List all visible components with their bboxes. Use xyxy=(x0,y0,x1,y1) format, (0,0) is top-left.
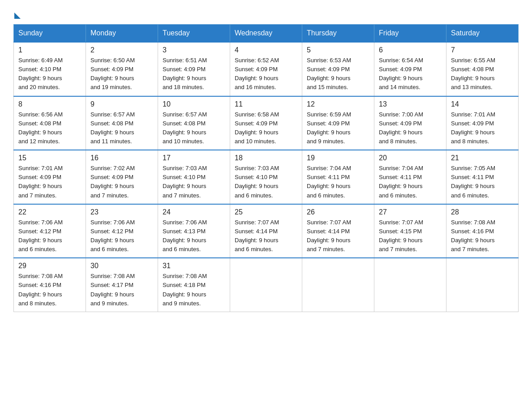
calendar-week-row: 15 Sunrise: 7:01 AM Sunset: 4:09 PM Dayl… xyxy=(14,150,519,204)
day-info: Sunrise: 6:51 AM Sunset: 4:09 PM Dayligh… xyxy=(163,56,225,92)
day-number: 3 xyxy=(163,46,225,54)
day-number: 17 xyxy=(163,154,225,162)
day-info: Sunrise: 6:55 AM Sunset: 4:08 PM Dayligh… xyxy=(451,56,514,92)
day-info: Sunrise: 6:57 AM Sunset: 4:08 PM Dayligh… xyxy=(163,110,225,146)
day-info: Sunrise: 7:03 AM Sunset: 4:10 PM Dayligh… xyxy=(163,164,225,200)
calendar-cell: 29 Sunrise: 7:08 AM Sunset: 4:16 PM Dayl… xyxy=(14,258,86,312)
day-header-friday: Friday xyxy=(374,25,446,43)
calendar-cell: 12 Sunrise: 6:59 AM Sunset: 4:09 PM Dayl… xyxy=(302,96,374,150)
day-number: 31 xyxy=(163,262,225,270)
calendar-cell xyxy=(302,258,374,312)
day-info: Sunrise: 7:01 AM Sunset: 4:09 PM Dayligh… xyxy=(451,110,514,146)
calendar-cell: 28 Sunrise: 7:08 AM Sunset: 4:16 PM Dayl… xyxy=(446,204,519,258)
logo-arrow-icon xyxy=(14,13,21,19)
calendar-cell: 16 Sunrise: 7:02 AM Sunset: 4:09 PM Dayl… xyxy=(86,150,158,204)
day-number: 8 xyxy=(18,100,81,108)
calendar-cell: 15 Sunrise: 7:01 AM Sunset: 4:09 PM Dayl… xyxy=(14,150,86,204)
day-number: 16 xyxy=(90,154,153,162)
day-number: 1 xyxy=(18,46,81,54)
day-number: 11 xyxy=(235,100,297,108)
day-header-sunday: Sunday xyxy=(14,25,86,43)
day-number: 29 xyxy=(18,262,81,270)
calendar-cell: 23 Sunrise: 7:06 AM Sunset: 4:12 PM Dayl… xyxy=(86,204,158,258)
day-number: 4 xyxy=(235,46,297,54)
day-header-tuesday: Tuesday xyxy=(158,25,230,43)
calendar-cell: 14 Sunrise: 7:01 AM Sunset: 4:09 PM Dayl… xyxy=(446,96,519,150)
day-info: Sunrise: 6:57 AM Sunset: 4:08 PM Dayligh… xyxy=(90,110,153,146)
day-number: 23 xyxy=(90,208,153,216)
day-number: 6 xyxy=(379,46,442,54)
calendar-cell: 27 Sunrise: 7:07 AM Sunset: 4:15 PM Dayl… xyxy=(374,204,446,258)
calendar-cell xyxy=(230,258,302,312)
day-info: Sunrise: 7:02 AM Sunset: 4:09 PM Dayligh… xyxy=(90,164,153,200)
calendar-cell: 10 Sunrise: 6:57 AM Sunset: 4:08 PM Dayl… xyxy=(158,96,230,150)
page-header xyxy=(13,11,519,17)
day-info: Sunrise: 6:53 AM Sunset: 4:09 PM Dayligh… xyxy=(307,56,369,92)
day-info: Sunrise: 7:08 AM Sunset: 4:16 PM Dayligh… xyxy=(18,272,81,308)
day-number: 2 xyxy=(90,46,153,54)
day-info: Sunrise: 7:08 AM Sunset: 4:17 PM Dayligh… xyxy=(90,272,153,308)
day-number: 21 xyxy=(451,154,514,162)
day-header-wednesday: Wednesday xyxy=(230,25,302,43)
calendar-cell: 1 Sunrise: 6:49 AM Sunset: 4:10 PM Dayli… xyxy=(14,42,86,96)
calendar-cell xyxy=(374,258,446,312)
calendar-cell: 5 Sunrise: 6:53 AM Sunset: 4:09 PM Dayli… xyxy=(302,42,374,96)
calendar-cell: 26 Sunrise: 7:07 AM Sunset: 4:14 PM Dayl… xyxy=(302,204,374,258)
day-number: 30 xyxy=(90,262,153,270)
calendar-cell: 7 Sunrise: 6:55 AM Sunset: 4:08 PM Dayli… xyxy=(446,42,519,96)
day-info: Sunrise: 6:49 AM Sunset: 4:10 PM Dayligh… xyxy=(18,56,81,92)
day-info: Sunrise: 7:06 AM Sunset: 4:12 PM Dayligh… xyxy=(18,218,81,254)
calendar-cell: 30 Sunrise: 7:08 AM Sunset: 4:17 PM Dayl… xyxy=(86,258,158,312)
day-number: 12 xyxy=(307,100,369,108)
calendar-cell: 13 Sunrise: 7:00 AM Sunset: 4:09 PM Dayl… xyxy=(374,96,446,150)
day-number: 7 xyxy=(451,46,514,54)
calendar-cell: 21 Sunrise: 7:05 AM Sunset: 4:11 PM Dayl… xyxy=(446,150,519,204)
day-number: 9 xyxy=(90,100,153,108)
day-info: Sunrise: 7:06 AM Sunset: 4:13 PM Dayligh… xyxy=(163,218,225,254)
day-info: Sunrise: 7:07 AM Sunset: 4:14 PM Dayligh… xyxy=(307,218,369,254)
day-number: 22 xyxy=(18,208,81,216)
day-info: Sunrise: 7:08 AM Sunset: 4:16 PM Dayligh… xyxy=(451,218,514,254)
calendar-table: SundayMondayTuesdayWednesdayThursdayFrid… xyxy=(13,24,519,312)
day-info: Sunrise: 7:00 AM Sunset: 4:09 PM Dayligh… xyxy=(379,110,442,146)
day-number: 15 xyxy=(18,154,81,162)
day-number: 14 xyxy=(451,100,514,108)
calendar-cell: 2 Sunrise: 6:50 AM Sunset: 4:09 PM Dayli… xyxy=(86,42,158,96)
calendar-week-row: 29 Sunrise: 7:08 AM Sunset: 4:16 PM Dayl… xyxy=(14,258,519,312)
day-info: Sunrise: 7:08 AM Sunset: 4:18 PM Dayligh… xyxy=(163,272,225,308)
day-info: Sunrise: 6:54 AM Sunset: 4:09 PM Dayligh… xyxy=(379,56,442,92)
day-number: 19 xyxy=(307,154,369,162)
calendar-cell: 4 Sunrise: 6:52 AM Sunset: 4:09 PM Dayli… xyxy=(230,42,302,96)
day-info: Sunrise: 6:59 AM Sunset: 4:09 PM Dayligh… xyxy=(307,110,369,146)
day-header-saturday: Saturday xyxy=(446,25,519,43)
calendar-cell: 8 Sunrise: 6:56 AM Sunset: 4:08 PM Dayli… xyxy=(14,96,86,150)
calendar-cell: 18 Sunrise: 7:03 AM Sunset: 4:10 PM Dayl… xyxy=(230,150,302,204)
day-number: 5 xyxy=(307,46,369,54)
calendar-cell: 22 Sunrise: 7:06 AM Sunset: 4:12 PM Dayl… xyxy=(14,204,86,258)
day-info: Sunrise: 6:52 AM Sunset: 4:09 PM Dayligh… xyxy=(235,56,297,92)
day-info: Sunrise: 7:06 AM Sunset: 4:12 PM Dayligh… xyxy=(90,218,153,254)
calendar-cell: 24 Sunrise: 7:06 AM Sunset: 4:13 PM Dayl… xyxy=(158,204,230,258)
day-info: Sunrise: 6:58 AM Sunset: 4:09 PM Dayligh… xyxy=(235,110,297,146)
day-number: 10 xyxy=(163,100,225,108)
day-info: Sunrise: 7:03 AM Sunset: 4:10 PM Dayligh… xyxy=(235,164,297,200)
day-info: Sunrise: 7:01 AM Sunset: 4:09 PM Dayligh… xyxy=(18,164,81,200)
day-number: 20 xyxy=(379,154,442,162)
day-info: Sunrise: 6:50 AM Sunset: 4:09 PM Dayligh… xyxy=(90,56,153,92)
calendar-cell: 11 Sunrise: 6:58 AM Sunset: 4:09 PM Dayl… xyxy=(230,96,302,150)
calendar-cell: 6 Sunrise: 6:54 AM Sunset: 4:09 PM Dayli… xyxy=(374,42,446,96)
day-info: Sunrise: 6:56 AM Sunset: 4:08 PM Dayligh… xyxy=(18,110,81,146)
logo xyxy=(13,11,21,17)
day-info: Sunrise: 7:04 AM Sunset: 4:11 PM Dayligh… xyxy=(379,164,442,200)
calendar-cell: 25 Sunrise: 7:07 AM Sunset: 4:14 PM Dayl… xyxy=(230,204,302,258)
calendar-week-row: 1 Sunrise: 6:49 AM Sunset: 4:10 PM Dayli… xyxy=(14,42,519,96)
calendar-cell xyxy=(446,258,519,312)
day-header-monday: Monday xyxy=(86,25,158,43)
calendar-cell: 17 Sunrise: 7:03 AM Sunset: 4:10 PM Dayl… xyxy=(158,150,230,204)
day-number: 27 xyxy=(379,208,442,216)
day-number: 25 xyxy=(235,208,297,216)
calendar-cell: 9 Sunrise: 6:57 AM Sunset: 4:08 PM Dayli… xyxy=(86,96,158,150)
calendar-week-row: 8 Sunrise: 6:56 AM Sunset: 4:08 PM Dayli… xyxy=(14,96,519,150)
day-header-thursday: Thursday xyxy=(302,25,374,43)
calendar-header-row: SundayMondayTuesdayWednesdayThursdayFrid… xyxy=(14,25,519,43)
